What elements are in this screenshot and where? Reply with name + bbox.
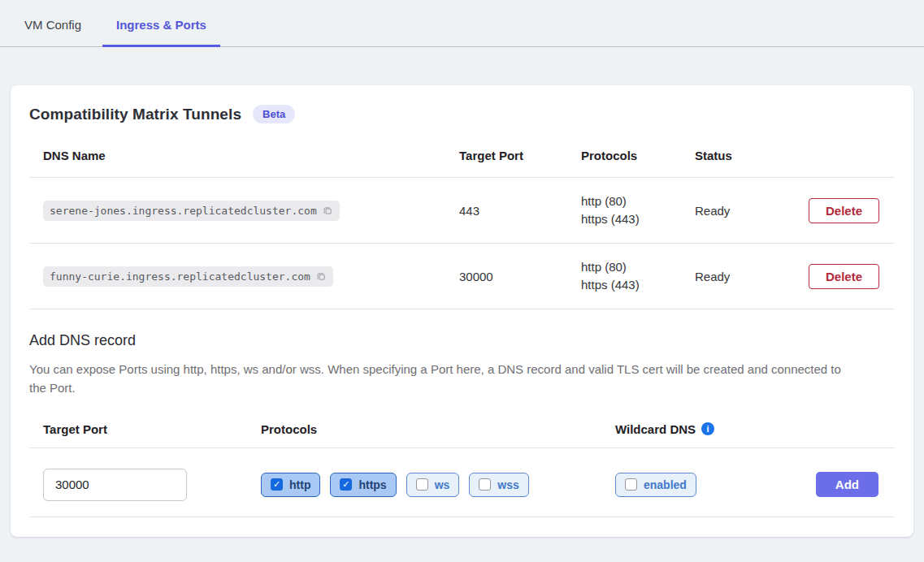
column-header-protocols: Protocols <box>581 149 695 162</box>
dns-name-text: serene-jones.ingress.replicatedcluster.c… <box>50 205 317 217</box>
protocol-checkbox-https[interactable]: https <box>330 473 396 497</box>
protocols-value: http (80) https (443) <box>581 258 695 294</box>
wildcard-dns-label: Wildcard DNS <box>615 422 696 436</box>
table-header-row: DNS Name Target Port Protocols Status <box>29 133 895 177</box>
divider <box>29 447 895 448</box>
wildcard-option-label: enabled <box>644 478 687 491</box>
checkbox-icon <box>416 478 428 491</box>
protocols-value: http (80) https (443) <box>581 192 695 228</box>
copy-icon[interactable] <box>322 205 333 216</box>
checkbox-icon <box>479 478 491 491</box>
target-port-value: 443 <box>459 204 581 218</box>
column-header-status: Status <box>695 149 809 162</box>
delete-button[interactable]: Delete <box>809 198 879 223</box>
form-labels-row: Target Port Protocols Wildcard DNS i <box>29 422 895 436</box>
protocol-option-label: wss <box>497 478 518 491</box>
status-badge: Ready <box>695 204 809 218</box>
info-icon[interactable]: i <box>701 422 714 435</box>
delete-button[interactable]: Delete <box>809 264 879 289</box>
add-button[interactable]: Add <box>816 472 878 497</box>
table-row: funny-curie.ingress.replicatedcluster.co… <box>29 244 895 309</box>
target-port-value: 30000 <box>459 270 581 283</box>
protocol-checkbox-group: http https ws wss <box>261 473 615 497</box>
dns-name-pill: serene-jones.ingress.replicatedcluster.c… <box>43 201 340 221</box>
protocols-label: Protocols <box>261 422 615 436</box>
form-inputs-row: http https ws wss enabled Add <box>29 469 895 501</box>
table-row: serene-jones.ingress.replicatedcluster.c… <box>29 178 895 243</box>
copy-icon[interactable] <box>315 270 327 282</box>
tunnels-card: Compatibility Matrix Tunnels Beta DNS Na… <box>11 85 913 537</box>
protocol-checkbox-http[interactable]: http <box>261 473 320 497</box>
protocol-checkbox-wss[interactable]: wss <box>469 473 528 497</box>
protocol-checkbox-ws[interactable]: ws <box>406 473 460 497</box>
divider <box>29 309 895 309</box>
checkbox-icon <box>340 478 352 491</box>
protocol-option-label: https <box>358 478 386 491</box>
protocol-option-label: http <box>289 478 310 491</box>
tab-vm-config[interactable]: VM Config <box>11 18 95 47</box>
page-title: Compatibility Matrix Tunnels <box>29 106 241 123</box>
tab-ingress-ports[interactable]: Ingress & Ports <box>102 18 220 47</box>
column-header-dns-name: DNS Name <box>43 149 459 162</box>
add-dns-record-title: Add DNS record <box>29 332 895 349</box>
checkbox-icon <box>625 478 637 491</box>
column-header-target-port: Target Port <box>459 149 581 162</box>
wildcard-enabled-checkbox[interactable]: enabled <box>615 473 696 497</box>
add-dns-record-description: You can expose Ports using http, https, … <box>29 360 850 398</box>
checkbox-icon <box>271 478 283 491</box>
tab-bar: VM Config Ingress & Ports <box>0 0 924 47</box>
beta-badge: Beta <box>253 105 295 123</box>
dns-name-text: funny-curie.ingress.replicatedcluster.co… <box>50 270 310 283</box>
divider <box>29 517 895 517</box>
target-port-input[interactable] <box>43 469 187 501</box>
card-header: Compatibility Matrix Tunnels Beta <box>29 85 895 133</box>
status-badge: Ready <box>695 270 809 283</box>
protocol-option-label: ws <box>435 478 450 491</box>
target-port-label: Target Port <box>43 422 261 436</box>
dns-name-pill: funny-curie.ingress.replicatedcluster.co… <box>43 266 333 287</box>
